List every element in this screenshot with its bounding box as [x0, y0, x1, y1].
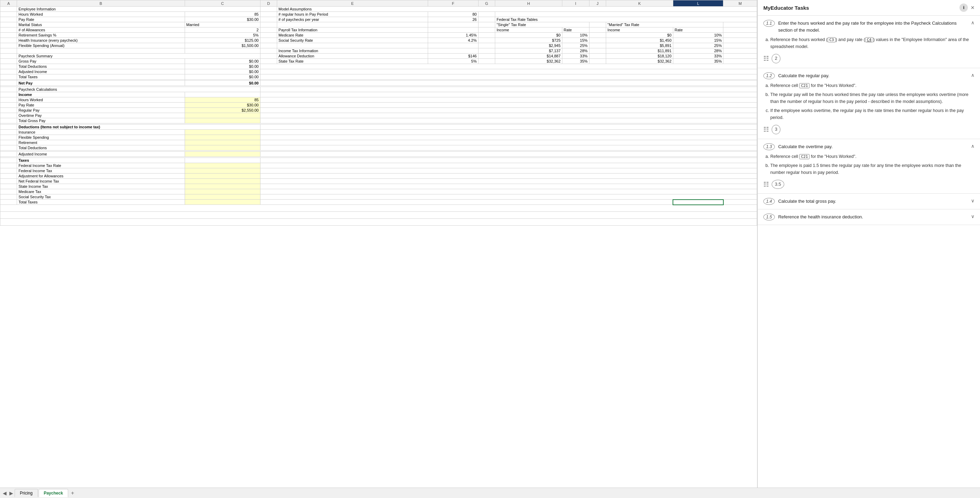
cell-value[interactable]: [185, 189, 260, 194]
cell-label: Flexible Spending (Annual): [17, 43, 185, 48]
cell-value[interactable]: Married: [185, 22, 260, 27]
cell-value[interactable]: 2: [185, 27, 260, 33]
cell-value[interactable]: [185, 152, 260, 157]
cell-label: Taxes: [17, 158, 185, 163]
cell-value[interactable]: $0.00: [185, 75, 260, 80]
panel-title: MyEducator Tasks: [764, 5, 809, 11]
cell-value[interactable]: 1.45%: [428, 33, 478, 38]
col-header-row: A B C D E F G H I J K L M: [0, 0, 757, 6]
cell-value[interactable]: $0.00: [185, 81, 260, 86]
payroll-tax-header: Payroll Tax Information: [277, 27, 428, 33]
table-row: Pay Rate $30.00 # of paychecks per year …: [0, 17, 757, 22]
cell-value[interactable]: 85: [185, 12, 260, 17]
cell-value[interactable]: 4.2%: [428, 38, 478, 43]
cell-value[interactable]: [185, 179, 260, 184]
cell-value[interactable]: [185, 194, 260, 200]
table-row: Flexible Spending (Annual) $1,500.00 $2,…: [0, 43, 757, 48]
task-header-1-2[interactable]: 1.2 Calculate the regular pay. ∧: [764, 72, 974, 79]
table-row: # of Allowances 2 Payroll Tax Informatio…: [0, 27, 757, 33]
cell-label: # regular hours in Pay Period: [277, 12, 428, 17]
table-row: Total Taxes $0.00: [0, 75, 757, 80]
cell-value[interactable]: [185, 163, 260, 168]
col-header-i: I: [562, 0, 589, 6]
task-header-1-3[interactable]: 1.3 Calculate the overtime pay. ∧: [764, 143, 974, 150]
cell-value[interactable]: $30.00: [185, 103, 260, 108]
col-header-d: D: [260, 0, 277, 6]
task-num-1-4: 1.4: [764, 198, 775, 205]
col-header-j: J: [589, 0, 606, 6]
cell-value[interactable]: [185, 168, 260, 173]
cell-value[interactable]: [185, 113, 260, 118]
score-copy-icon-1-2: ☷: [764, 124, 769, 135]
panel-close-button[interactable]: ×: [970, 4, 974, 11]
table-row: Income: [0, 92, 757, 97]
cell-label: Regular Pay: [17, 108, 185, 113]
cell-value[interactable]: [185, 130, 260, 135]
task-header-1-5[interactable]: 1.5 Reference the health insurance deduc…: [764, 213, 974, 221]
cell-value[interactable]: $146: [428, 54, 478, 59]
cell-value[interactable]: [185, 173, 260, 179]
cell-value[interactable]: 85: [185, 97, 260, 103]
table-row: Adjusted Income $0.00: [0, 69, 757, 75]
cell-value[interactable]: [185, 200, 260, 205]
cell-value[interactable]: [185, 184, 260, 189]
cell-label: Retirement Savings %: [17, 33, 185, 38]
cell-value[interactable]: $30.00: [185, 17, 260, 22]
table-row: [0, 212, 757, 219]
task-body-1-2: Reference cell C21 for the "Hours Worked…: [764, 79, 974, 135]
main-container: A B C D E F G H I J K L M: [0, 0, 980, 488]
task-header-1-4[interactable]: 1.4 Calculate the total gross pay. ∨: [764, 198, 974, 205]
cell-value[interactable]: $0.00: [185, 69, 260, 75]
table-row: Gross Pay $0.00 State Tax Rate 5% $32,36…: [0, 59, 757, 64]
spreadsheet-area[interactable]: A B C D E F G H I J K L M: [0, 0, 757, 488]
col-header-g: G: [478, 0, 495, 6]
panel-info-button[interactable]: i: [959, 3, 968, 12]
cell-label: Federal Income Tax: [17, 168, 185, 173]
cell-value[interactable]: $1,500.00: [185, 43, 260, 48]
cell-value[interactable]: [185, 145, 260, 151]
chevron-up-icon-1-3: ∧: [971, 143, 974, 149]
table-row: Taxes: [0, 158, 757, 163]
cell-value[interactable]: 26: [428, 17, 478, 22]
task-num-1-2: 1.2: [764, 72, 775, 79]
tab-pricing[interactable]: Pricing: [14, 489, 38, 497]
col-header-e: E: [277, 0, 428, 6]
task-num-1-3: 1.3: [764, 143, 775, 150]
list-item: Reference the hours worked (C3) and pay …: [770, 36, 974, 50]
table-row: Federal Income Tax: [0, 168, 757, 173]
table-row: Employee Information Model Assumptions: [0, 6, 757, 12]
cell-label: Social Security Rate: [277, 38, 428, 43]
cell-value[interactable]: [185, 118, 260, 124]
cell-value[interactable]: 80: [428, 12, 478, 17]
cell-value[interactable]: [185, 140, 260, 145]
score-copy-icon: ☷: [764, 54, 769, 64]
table-row: Retirement Savings % 5% Medicare Rate 1.…: [0, 33, 757, 38]
cell-label: Total Deductions: [17, 64, 185, 69]
table-row: Medicare Tax: [0, 189, 757, 194]
tab-add-button[interactable]: +: [69, 490, 76, 496]
selected-cell[interactable]: [673, 200, 723, 205]
table-row: Hours Worked 85: [0, 97, 757, 103]
cell-value[interactable]: $0.00: [185, 64, 260, 69]
cell-label: Adjusted Income: [17, 152, 185, 157]
tab-nav-next[interactable]: ▶: [8, 490, 14, 496]
col-header-b: B: [17, 0, 185, 6]
cell-label: Marital Status: [17, 22, 185, 27]
chevron-up-icon-1-2: ∧: [971, 72, 974, 78]
cell-value[interactable]: 5%: [185, 33, 260, 38]
table-row: Adjustment for Allowances: [0, 173, 757, 179]
cell-ref-c4: C4: [865, 37, 873, 43]
cell-value[interactable]: $2,550.00: [185, 108, 260, 113]
cell-value[interactable]: 5%: [428, 59, 478, 64]
cell-value[interactable]: $125.00: [185, 38, 260, 43]
cell-value[interactable]: [185, 135, 260, 140]
tab-paycheck[interactable]: Paycheck: [38, 489, 68, 497]
row-num: [0, 6, 17, 12]
cell-value[interactable]: $0.00: [185, 59, 260, 64]
cell-label: Health Insurance (every paycheck): [17, 38, 185, 43]
tab-nav-prev[interactable]: ◀: [2, 490, 8, 496]
task-title-1-1: Enter the hours worked and the pay rate …: [778, 20, 968, 33]
cell-label: Total Gross Pay: [17, 118, 185, 124]
task-header-1-1[interactable]: 1.1 Enter the hours worked and the pay r…: [764, 20, 974, 33]
table-row: Paycheck Calculations: [0, 87, 757, 92]
